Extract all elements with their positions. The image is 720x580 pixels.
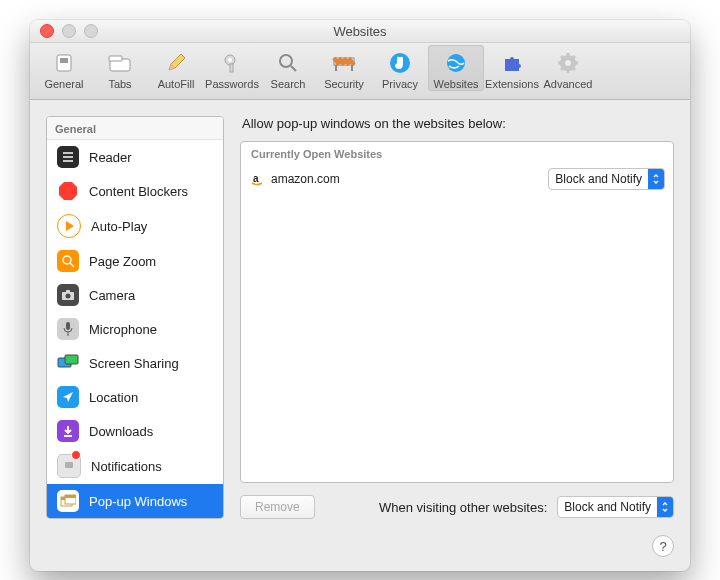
svg-rect-3 <box>109 56 122 61</box>
sidebar-item-location[interactable]: Location <box>47 380 223 414</box>
puzzle-icon <box>499 50 525 76</box>
globe-icon <box>443 50 469 76</box>
help-button[interactable]: ? <box>652 535 674 557</box>
gear-icon <box>555 50 581 76</box>
toolbar-websites[interactable]: Websites <box>428 45 484 91</box>
svg-point-15 <box>565 60 571 66</box>
sidebar-item-page-zoom[interactable]: Page Zoom <box>47 244 223 278</box>
chevron-up-down-icon <box>648 169 664 189</box>
svg-text:a: a <box>253 173 259 184</box>
website-row[interactable]: a amazon.com Block and Notify <box>241 166 673 192</box>
other-websites-label: When visiting other websites: <box>379 500 547 515</box>
play-icon <box>57 214 81 238</box>
toolbar-privacy[interactable]: Privacy <box>372 45 428 91</box>
svg-rect-34 <box>66 322 70 330</box>
svg-line-22 <box>561 68 563 70</box>
toolbar-extensions[interactable]: Extensions <box>484 45 540 91</box>
preferences-window: Websites General Tabs AutoFill Passwords <box>30 20 690 571</box>
notifications-badge <box>71 450 81 460</box>
svg-line-30 <box>70 263 74 267</box>
website-name: amazon.com <box>271 172 542 186</box>
website-policy-select[interactable]: Block and Notify <box>548 168 665 190</box>
sidebar-item-auto-play[interactable]: Auto-Play <box>47 208 223 244</box>
download-icon <box>57 420 79 442</box>
svg-rect-37 <box>65 355 78 364</box>
svg-point-29 <box>63 256 71 264</box>
sidebar-item-popup-windows[interactable]: Pop-up Windows <box>47 484 223 518</box>
hand-icon <box>387 50 413 76</box>
sidebar-header: General <box>47 117 223 140</box>
svg-point-32 <box>66 294 71 299</box>
reader-icon <box>57 146 79 168</box>
screens-icon <box>57 352 79 374</box>
barricade-icon <box>331 50 357 76</box>
preferences-toolbar: General Tabs AutoFill Passwords Search <box>30 43 690 100</box>
help-row: ? <box>30 535 690 571</box>
toolbar-tabs[interactable]: Tabs <box>92 45 148 91</box>
sidebar: General Reader Content Blockers Auto-Pla… <box>46 116 224 519</box>
svg-rect-1 <box>60 58 68 63</box>
websites-list: Currently Open Websites a amazon.com Blo… <box>240 141 674 483</box>
svg-point-13 <box>447 54 465 72</box>
sidebar-item-reader[interactable]: Reader <box>47 140 223 174</box>
toolbar-security[interactable]: Security <box>316 45 372 91</box>
svg-rect-43 <box>65 495 76 498</box>
svg-line-21 <box>573 68 575 70</box>
svg-marker-28 <box>66 221 74 231</box>
list-section-label: Currently Open Websites <box>241 142 673 166</box>
svg-line-8 <box>291 66 296 71</box>
zoom-icon <box>57 250 79 272</box>
key-icon <box>219 50 245 76</box>
svg-point-7 <box>280 55 292 67</box>
stop-icon <box>57 180 79 202</box>
sidebar-item-screen-sharing[interactable]: Screen Sharing <box>47 346 223 380</box>
tabs-icon <box>107 50 133 76</box>
titlebar: Websites <box>30 20 690 43</box>
magnifier-icon <box>275 50 301 76</box>
toolbar-search[interactable]: Search <box>260 45 316 91</box>
sidebar-item-camera[interactable]: Camera <box>47 278 223 312</box>
svg-marker-27 <box>59 182 77 200</box>
svg-rect-39 <box>65 462 73 468</box>
pencil-icon <box>163 50 189 76</box>
toolbar-general[interactable]: General <box>36 45 92 91</box>
sidebar-item-downloads[interactable]: Downloads <box>47 414 223 448</box>
main-panel: Allow pop-up windows on the websites bel… <box>240 116 674 519</box>
window-title: Websites <box>30 24 690 39</box>
microphone-icon <box>57 318 79 340</box>
svg-rect-33 <box>66 290 70 293</box>
toolbar-passwords[interactable]: Passwords <box>204 45 260 91</box>
svg-rect-6 <box>230 64 233 72</box>
chevron-up-down-icon <box>657 497 673 517</box>
toolbar-advanced[interactable]: Advanced <box>540 45 596 91</box>
amazon-favicon: a <box>249 171 265 187</box>
toolbar-autofill[interactable]: AutoFill <box>148 45 204 91</box>
remove-button[interactable]: Remove <box>240 495 315 519</box>
camera-icon <box>57 284 79 306</box>
content-area: General Reader Content Blockers Auto-Pla… <box>30 100 690 535</box>
location-icon <box>57 386 79 408</box>
sidebar-item-content-blockers[interactable]: Content Blockers <box>47 174 223 208</box>
windows-icon <box>57 490 79 512</box>
sidebar-item-microphone[interactable]: Microphone <box>47 312 223 346</box>
sidebar-item-notifications[interactable]: Notifications <box>47 448 223 484</box>
svg-line-23 <box>573 56 575 58</box>
switch-icon <box>51 50 77 76</box>
bottom-bar: Remove When visiting other websites: Blo… <box>240 495 674 519</box>
svg-line-20 <box>561 56 563 58</box>
svg-point-5 <box>228 58 232 62</box>
other-websites-policy-select[interactable]: Block and Notify <box>557 496 674 518</box>
main-heading: Allow pop-up windows on the websites bel… <box>242 116 674 131</box>
